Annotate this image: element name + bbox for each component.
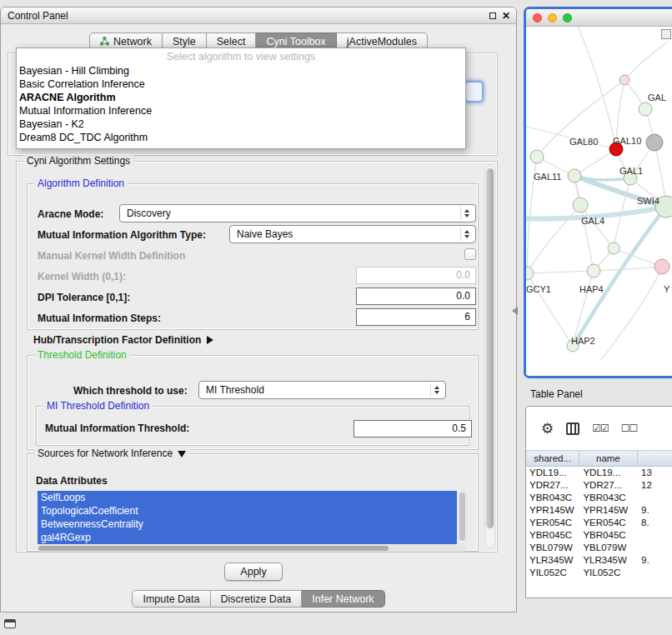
kernel-width-field[interactable]: 0.0 bbox=[356, 267, 476, 284]
table-column-header[interactable]: shared... bbox=[526, 451, 579, 466]
which-threshold-combo[interactable]: MI Threshold bbox=[198, 381, 446, 399]
algorithm-definition-title: Algorithm Definition bbox=[34, 178, 128, 190]
data-attribute-item[interactable]: gal4RGexp bbox=[38, 531, 457, 544]
scrollbar-thumb[interactable] bbox=[486, 168, 494, 528]
table-row[interactable]: YDL19...YDL19...13 bbox=[526, 467, 672, 479]
network-graph[interactable]: GAL80GAL10GALGAL11GAL1SWI4GAL4GCY1HAP4YH… bbox=[526, 27, 672, 375]
data-attribute-item[interactable]: TopologicalCoefficient bbox=[38, 504, 457, 518]
table-row[interactable]: YPR145WYPR145W9. bbox=[526, 504, 672, 517]
network-node[interactable] bbox=[654, 259, 669, 274]
algorithm-option[interactable]: Dream8 DC_TDC Algorithm bbox=[17, 131, 465, 144]
algorithm-combo-focus-ring[interactable] bbox=[464, 81, 484, 102]
network-node[interactable] bbox=[587, 264, 600, 278]
minimized-panel-icon[interactable] bbox=[4, 619, 16, 628]
tab-discretize-data[interactable]: Discretize Data bbox=[211, 590, 303, 608]
zoom-traffic-light[interactable] bbox=[563, 13, 572, 22]
table-row[interactable]: YLR345WYLR345W9. bbox=[526, 554, 672, 567]
network-edge[interactable] bbox=[574, 149, 616, 176]
scrollbar-thumb[interactable] bbox=[38, 546, 389, 551]
network-canvas[interactable]: GAL80GAL10GALGAL11GAL1SWI4GAL4GCY1HAP4YH… bbox=[526, 27, 672, 378]
algorithm-option[interactable]: Bayesian - Hill Climbing bbox=[17, 64, 465, 78]
manual-kernel-checkbox[interactable] bbox=[464, 248, 476, 260]
columns-icon[interactable] bbox=[566, 422, 579, 435]
sources-group: Sources for Network Inference Data Attri… bbox=[27, 453, 479, 552]
window-title: Control Panel bbox=[8, 10, 68, 22]
network-node[interactable] bbox=[573, 198, 588, 212]
network-edge[interactable] bbox=[594, 267, 662, 271]
close-traffic-light[interactable] bbox=[533, 13, 542, 22]
network-edge[interactable] bbox=[573, 271, 594, 346]
data-attribute-item[interactable]: BetweennessCentrality bbox=[38, 518, 457, 531]
mi-type-combo[interactable]: Naive Bayes bbox=[229, 225, 476, 243]
network-edge[interactable] bbox=[527, 205, 580, 273]
table-row[interactable]: YBR043CYBR043C bbox=[526, 492, 672, 504]
combo-arrows-icon bbox=[460, 207, 473, 220]
network-node-label: GAL11 bbox=[534, 172, 561, 182]
network-node[interactable] bbox=[608, 242, 619, 254]
data-attributes-label: Data Attributes bbox=[36, 474, 108, 488]
table-row[interactable]: YBR045CYBR045C bbox=[526, 529, 672, 542]
close-window-button[interactable]: ✕ bbox=[502, 11, 510, 21]
network-edge[interactable] bbox=[624, 42, 668, 80]
attributes-list-hscrollbar[interactable] bbox=[38, 545, 467, 552]
table-cell: YDR27... bbox=[526, 479, 579, 492]
tab-impute-data[interactable]: Impute Data bbox=[132, 590, 210, 608]
table-row[interactable]: YBL079WYBL079W bbox=[526, 542, 672, 554]
scrollbar-thumb[interactable] bbox=[459, 492, 465, 541]
network-node[interactable] bbox=[530, 150, 544, 163]
network-edge[interactable] bbox=[527, 271, 594, 273]
table-body: YDL19...YDL19...13YDR27...YDR27...12YBR0… bbox=[526, 467, 672, 579]
hub-definition-disclosure[interactable]: Hub/Transcription Factor Definition bbox=[33, 333, 213, 347]
network-node[interactable] bbox=[639, 102, 652, 116]
gear-icon[interactable]: ⚙ bbox=[541, 422, 554, 436]
data-attribute-item[interactable]: SelfLoops bbox=[38, 491, 457, 504]
network-node[interactable] bbox=[526, 267, 534, 280]
mi-steps-field[interactable]: 6 bbox=[356, 308, 476, 326]
algorithm-option[interactable]: Mutual Information Inference bbox=[17, 104, 465, 118]
threshold-definition-group: Threshold Definition Which threshold to … bbox=[27, 355, 479, 450]
table-row[interactable]: YIL052CYIL052C bbox=[526, 567, 672, 579]
float-window-button[interactable] bbox=[489, 12, 496, 19]
network-edge[interactable] bbox=[573, 207, 666, 346]
mi-threshold-field[interactable]: 0.5 bbox=[354, 420, 472, 438]
table-cell: YIL052C bbox=[579, 567, 638, 579]
birdseye-toggle[interactable] bbox=[661, 29, 671, 39]
network-node[interactable] bbox=[568, 169, 581, 182]
table-cell: 9. bbox=[638, 504, 672, 517]
mi-threshold-label: Mutual Information Threshold: bbox=[45, 422, 189, 435]
aracne-mode-combo[interactable]: Discovery bbox=[119, 204, 476, 222]
network-edge[interactable] bbox=[576, 27, 616, 149]
panel-splitter-handle[interactable] bbox=[512, 307, 518, 315]
select-all-checkboxes-icon[interactable]: ☑☑ bbox=[592, 422, 609, 434]
settings-scrollbar[interactable] bbox=[484, 165, 495, 548]
network-window-titlebar[interactable] bbox=[526, 9, 672, 27]
table-cell: YBR043C bbox=[526, 492, 579, 504]
network-edge[interactable] bbox=[601, 267, 662, 360]
network-node[interactable] bbox=[646, 134, 663, 151]
table-column-header[interactable]: name bbox=[579, 451, 637, 466]
table-cell: 13 bbox=[638, 467, 672, 479]
apply-button[interactable]: Apply bbox=[224, 562, 283, 581]
table-row[interactable]: YDR27...YDR27...12 bbox=[526, 479, 672, 492]
table-row[interactable]: YER054CYER054C8. bbox=[526, 517, 672, 529]
tab-infer-network[interactable]: Infer Network bbox=[302, 590, 384, 608]
attributes-list-vscrollbar[interactable] bbox=[458, 491, 467, 544]
table-cell: YBR045C bbox=[579, 529, 638, 542]
hub-definition-label: Hub/Transcription Factor Definition bbox=[33, 333, 201, 347]
control-panel-titlebar[interactable]: Control Panel ✕ bbox=[1, 8, 516, 24]
minimize-traffic-light[interactable] bbox=[548, 13, 557, 22]
dpi-tolerance-field[interactable]: 0.0 bbox=[356, 288, 476, 305]
network-node[interactable] bbox=[619, 75, 629, 85]
sources-disclosure[interactable]: Sources for Network Inference bbox=[34, 448, 189, 460]
settings-group-title: Cyni Algorithm Settings bbox=[23, 155, 133, 168]
table-cell: YPR145W bbox=[579, 504, 638, 517]
algorithm-option[interactable]: Bayesian - K2 bbox=[17, 118, 465, 131]
table-cell: YER054C bbox=[526, 517, 579, 529]
table-column-header[interactable] bbox=[638, 451, 672, 466]
network-node-label: GAL4 bbox=[581, 216, 604, 226]
clear-all-checkboxes-icon[interactable]: ☐☐ bbox=[621, 422, 638, 434]
algorithm-option[interactable]: Basic Correlation Inference bbox=[17, 78, 465, 91]
algorithm-option[interactable]: ARACNE Algorithm bbox=[17, 91, 465, 104]
algorithm-definition-group: Algorithm Definition Aracne Mode: Discov… bbox=[27, 183, 479, 330]
which-threshold-label: Which threshold to use: bbox=[73, 384, 188, 398]
